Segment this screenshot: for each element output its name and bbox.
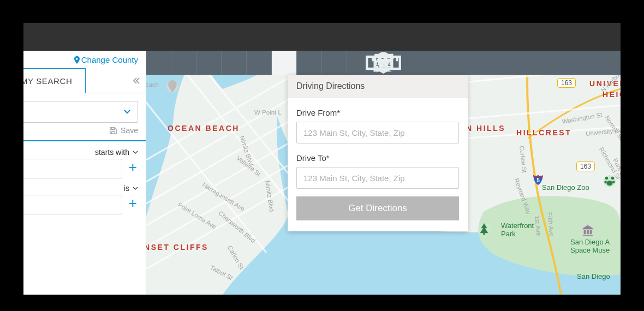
chevron-down-icon <box>123 109 131 115</box>
drive-from-label: Drive From* <box>296 108 459 117</box>
drive-from-input[interactable] <box>296 122 459 143</box>
drive-to-input[interactable] <box>296 167 459 189</box>
ruler-tool[interactable] <box>347 51 372 75</box>
tab-my-search[interactable]: MY SEARCH <box>23 68 86 93</box>
app-title-bar <box>23 23 621 51</box>
filter-operator-label: is <box>124 184 129 193</box>
filter-operator-1[interactable]: is <box>23 181 146 195</box>
drive-to-label: Drive To* <box>296 153 459 163</box>
filter-value-input-0[interactable] <box>23 159 122 178</box>
floppy-disk-icon <box>109 127 117 135</box>
collapse-sidebar-button[interactable] <box>127 68 146 93</box>
get-directions-button[interactable]: Get Directions <box>296 196 459 220</box>
chevron-double-left-icon <box>133 77 140 85</box>
change-county-link[interactable]: Change County <box>70 55 138 64</box>
filter-value-input-1[interactable] <box>23 195 122 214</box>
filter-operator-label: starts with <box>95 148 129 157</box>
location-pin-icon <box>74 56 80 64</box>
save-search-button[interactable]: Save <box>23 123 146 141</box>
directions-panel-title: Driving Directions <box>288 75 468 98</box>
map-toolbar <box>146 51 621 75</box>
map-canvas[interactable]: OCEAN BEACHNSET CLIFFSN HILLSHILLCRESTUN… <box>146 51 621 295</box>
chevron-down-icon <box>133 150 138 154</box>
add-filter-button-1[interactable]: + <box>128 196 138 213</box>
chevron-down-icon <box>133 186 138 190</box>
search-sidebar: Change County MY SEARCH e Save <box>23 51 146 295</box>
sidebar-main-select[interactable]: e <box>23 101 138 123</box>
sidebar-tabs: MY SEARCH <box>23 68 146 93</box>
filter-operator-0[interactable]: starts with <box>23 145 146 159</box>
directions-panel: Driving Directions Drive From* Drive To*… <box>288 75 468 231</box>
add-filter-button-0[interactable]: + <box>128 160 138 177</box>
